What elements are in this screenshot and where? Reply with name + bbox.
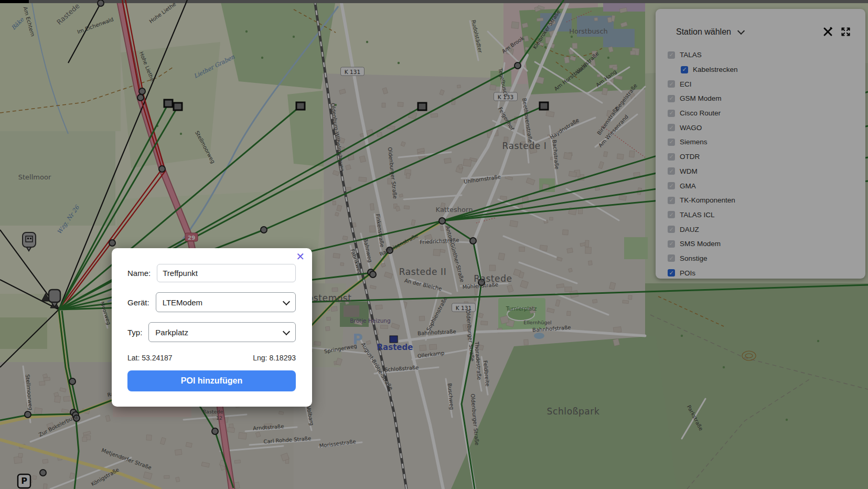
map-label: Brötje Heizung bbox=[350, 317, 390, 324]
station-square-marker[interactable] bbox=[174, 103, 182, 110]
checkbox-kabelstrecken[interactable]: ✓ bbox=[681, 66, 688, 73]
map-label: Stellmoor bbox=[18, 173, 51, 181]
network-node[interactable] bbox=[470, 238, 476, 244]
checkbox-dauz[interactable]: ✓ bbox=[668, 226, 675, 233]
map-label: Turnierplatz bbox=[506, 306, 537, 312]
station-filter-label: TK-Komponenten bbox=[680, 196, 735, 204]
station-square-marker[interactable] bbox=[164, 100, 173, 107]
checkbox-sms-modem[interactable]: ✓ bbox=[668, 240, 675, 248]
network-node[interactable] bbox=[139, 88, 145, 94]
poi-name-input[interactable] bbox=[157, 264, 296, 282]
road-badge-text: 29 bbox=[188, 235, 196, 241]
station-filter-label: TALAS ICL bbox=[680, 211, 715, 219]
checkbox-eci[interactable]: ✓ bbox=[668, 80, 675, 88]
parking-balloon[interactable]: P bbox=[18, 474, 30, 488]
map-label: Rastede bbox=[203, 409, 223, 414]
station-filter-row-sonstige: ✓Sonstige bbox=[668, 251, 851, 266]
poi-add-button[interactable]: POI hinzufügen bbox=[127, 370, 296, 391]
station-filter-label: DAUZ bbox=[680, 226, 699, 233]
poi-type-label: Typ: bbox=[127, 328, 142, 337]
station-filter-row-talas: ✓TALAS bbox=[668, 48, 851, 62]
station-filter-row-eci: ✓ECI bbox=[668, 77, 851, 91]
station-filter-label: Siemens bbox=[680, 138, 708, 146]
checkbox-siemens[interactable]: ✓ bbox=[668, 139, 675, 146]
poi-dialog: ✕ Name: Gerät: LTEModem Typ: Parkplatz L… bbox=[112, 248, 312, 407]
station-filter-list: ✓TALAS✓Kabelstrecken✓ECI✓GSM Modem✓Cisco… bbox=[668, 48, 851, 280]
station-filter-label: GMA bbox=[680, 182, 696, 190]
station-filter-row-siemens: ✓Siemens bbox=[668, 135, 851, 150]
checkbox-wdm[interactable]: ✓ bbox=[668, 167, 675, 175]
svg-text:P: P bbox=[21, 476, 27, 486]
station-square-marker[interactable] bbox=[296, 102, 305, 110]
checkbox-sonstige[interactable]: ✓ bbox=[668, 254, 675, 262]
network-node[interactable] bbox=[370, 271, 376, 278]
network-node[interactable] bbox=[69, 378, 76, 385]
map-label: Rastede bbox=[474, 273, 512, 284]
poi-device-row: Gerät: LTEModem bbox=[127, 292, 296, 312]
station-select-dropdown[interactable]: Station wählen bbox=[676, 27, 744, 37]
map-label: Schloßpark bbox=[547, 406, 600, 417]
draw-tools-icon[interactable] bbox=[823, 27, 833, 37]
station-square-marker[interactable] bbox=[418, 103, 426, 110]
checkbox-talas[interactable]: ✓ bbox=[668, 51, 675, 59]
map-label: Horstbusch bbox=[569, 27, 608, 35]
network-node[interactable] bbox=[515, 62, 521, 69]
station-square-marker[interactable] bbox=[540, 102, 548, 110]
station-filter-label: ECI bbox=[680, 80, 692, 88]
poi-coordinates: Lat: 53.24187 Lng: 8.18293 bbox=[127, 354, 296, 362]
poi-type-row: Typ: Parkplatz bbox=[127, 322, 296, 342]
map-label: Rastede I bbox=[502, 141, 547, 151]
poi-name-label: Name: bbox=[127, 269, 151, 278]
station-panel: Station wählen bbox=[656, 9, 865, 279]
station-filter-label: Kabelstrecken bbox=[693, 66, 738, 73]
checkbox-otdr[interactable]: ✓ bbox=[668, 153, 675, 161]
railway-station-icon[interactable] bbox=[390, 336, 398, 343]
station-filter-label: Sonstige bbox=[680, 254, 708, 262]
station-filter-row-pois: ✓POIs bbox=[668, 265, 851, 280]
station-filter-label: TALAS bbox=[680, 51, 702, 59]
poi-type-select[interactable]: Parkplatz bbox=[148, 322, 296, 342]
station-filter-row-gma: ✓GMA bbox=[668, 178, 851, 193]
station-filter-row-otdr: ✓OTDR bbox=[668, 150, 851, 164]
station-filter-label: WDM bbox=[680, 167, 698, 175]
poi-lat-value: Lat: 53.24187 bbox=[127, 354, 173, 362]
checkbox-pois[interactable]: ✓ bbox=[668, 269, 675, 277]
station-filter-row-kabelstrecken: ✓Kabelstrecken bbox=[668, 62, 851, 77]
poi-device-select[interactable]: LTEModem bbox=[156, 292, 296, 312]
network-node[interactable] bbox=[159, 166, 165, 172]
network-node[interactable] bbox=[98, 0, 104, 6]
station-panel-header: Station wählen bbox=[668, 27, 851, 37]
station-filter-row-sms-modem: ✓SMS Modem bbox=[668, 237, 851, 251]
checkbox-tk-komponenten[interactable]: ✓ bbox=[668, 197, 675, 204]
network-node[interactable] bbox=[40, 470, 46, 476]
top-strip bbox=[0, 0, 868, 3]
network-node[interactable] bbox=[261, 227, 267, 233]
network-node[interactable] bbox=[25, 411, 31, 418]
network-node[interactable] bbox=[212, 428, 218, 434]
checkbox-cisco-router[interactable]: ✓ bbox=[668, 110, 675, 117]
checkbox-gsm-modem[interactable]: ✓ bbox=[668, 95, 675, 102]
checkbox-talas-icl[interactable]: ✓ bbox=[668, 211, 675, 218]
station-filter-row-wago: ✓WAGO bbox=[668, 120, 851, 135]
station-filter-label: Cisco Router bbox=[680, 109, 721, 117]
station-filter-label: OTDR bbox=[680, 153, 700, 161]
checkbox-wago[interactable]: ✓ bbox=[668, 124, 675, 131]
close-icon[interactable]: ✕ bbox=[296, 250, 305, 263]
checkbox-gma[interactable]: ✓ bbox=[668, 182, 675, 189]
station-filter-row-tk-komponenten: ✓TK-Komponenten bbox=[668, 193, 851, 208]
app-window: PP K 131K 133K 13129 RastedeHohe LietheI… bbox=[0, 0, 868, 489]
map-label: Katteshorn bbox=[436, 206, 473, 214]
map-label: Rastede II bbox=[399, 267, 447, 277]
station-filter-label: POIs bbox=[680, 269, 695, 277]
network-node[interactable] bbox=[137, 94, 144, 101]
station-select-label: Station wählen bbox=[676, 27, 731, 37]
map-label: Rastede bbox=[377, 343, 413, 352]
station-filter-row-dauz: ✓DAUZ bbox=[668, 222, 851, 237]
poi-name-row: Name: bbox=[127, 264, 296, 282]
network-node[interactable] bbox=[109, 240, 115, 246]
fullscreen-expand-icon[interactable] bbox=[841, 27, 851, 37]
map-label: 12 bbox=[216, 415, 222, 421]
network-node[interactable] bbox=[439, 218, 445, 224]
top-strip-corner bbox=[0, 0, 29, 3]
map-label: Ellernhügel bbox=[523, 320, 551, 325]
